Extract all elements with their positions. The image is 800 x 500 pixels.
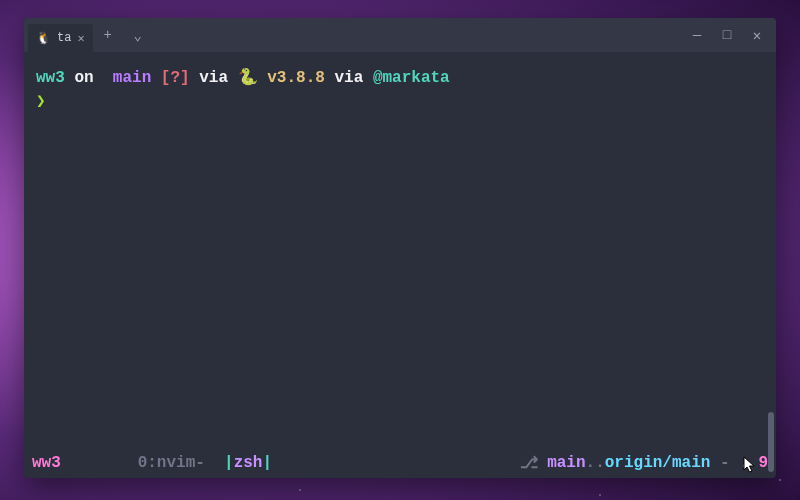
prompt-cursor-line: ❯: [36, 90, 764, 114]
prompt-line: ww3 on main [?] via 🐍 v3.8.8 via @markat…: [36, 66, 764, 90]
prompt-on: on: [65, 69, 103, 87]
minimize-button[interactable]: —: [682, 20, 712, 50]
prompt-dir: ww3: [36, 69, 65, 87]
scrollbar-thumb[interactable]: [768, 412, 774, 472]
git-status: [?]: [161, 69, 190, 87]
status-session: ww3: [32, 454, 61, 472]
new-tab-button[interactable]: +: [93, 20, 123, 50]
status-count: 9: [749, 454, 768, 472]
status-right: ⎇ main .. origin/main - . 9: [520, 453, 768, 473]
window-close-button[interactable]: ✕: [742, 20, 772, 50]
prompt-via2: via: [334, 69, 372, 87]
status-dots: ..: [586, 454, 605, 472]
status-local-branch: main: [538, 454, 586, 472]
status-remote-branch: origin/main: [605, 454, 711, 472]
maximize-button[interactable]: □: [712, 20, 742, 50]
scrollbar[interactable]: [768, 54, 774, 472]
python-version: v3.8.8: [258, 69, 335, 87]
git-branch: main: [103, 69, 161, 87]
git-icon: ⎇: [520, 453, 538, 473]
tab-dropdown-button[interactable]: ⌄: [123, 20, 153, 50]
titlebar: 🐧 ta ✕ + ⌄ — □ ✕: [24, 18, 776, 52]
status-dash: -: [710, 454, 739, 472]
prompt-service: @markata: [373, 69, 450, 87]
status-sep: |: [205, 454, 234, 472]
tab-active[interactable]: 🐧 ta ✕: [28, 24, 93, 52]
status-window-0: 0:nvim-: [138, 454, 205, 472]
prompt-via1: via: [190, 69, 238, 87]
terminal-window: 🐧 ta ✕ + ⌄ — □ ✕ ww3 on main [?] via 🐍 v…: [24, 18, 776, 478]
python-icon: 🐍: [238, 69, 258, 87]
prompt-cursor: ❯: [36, 93, 46, 111]
penguin-icon: 🐧: [36, 31, 51, 46]
tab-title: ta: [57, 31, 71, 45]
status-dot: .: [739, 454, 749, 472]
tmux-status-bar: ww3 0:nvim- | zsh | ⎇ main .. origin/mai…: [24, 452, 776, 478]
status-shell: zsh: [234, 454, 263, 472]
status-sep2: |: [262, 454, 272, 472]
terminal-body[interactable]: ww3 on main [?] via 🐍 v3.8.8 via @markat…: [24, 52, 776, 452]
tab-close-icon[interactable]: ✕: [77, 31, 84, 46]
